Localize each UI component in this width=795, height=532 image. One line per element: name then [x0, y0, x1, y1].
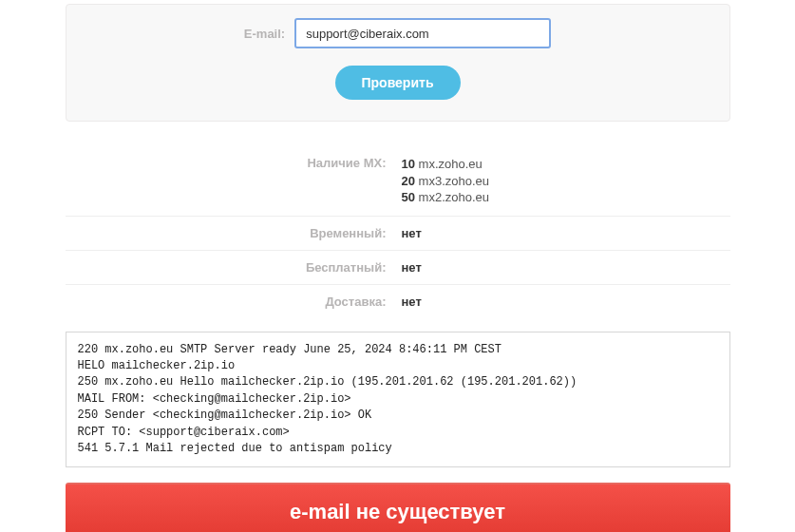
mx-priority: 50 — [402, 190, 415, 204]
mx-priority: 20 — [402, 174, 415, 188]
mx-record: 50 mx2.zoho.eu — [402, 189, 730, 206]
form-row: E-mail: — [85, 18, 710, 48]
free-value: нет — [398, 260, 730, 275]
mx-host: mx.zoho.eu — [419, 157, 483, 171]
result-row-temporary: Временный: нет — [66, 217, 730, 251]
temporary-value: нет — [398, 226, 730, 240]
mx-priority: 10 — [402, 157, 415, 171]
result-banner: e-mail не существует — [66, 483, 730, 532]
result-row-delivery: Доставка: нет — [66, 285, 730, 318]
email-label: E-mail: — [244, 27, 285, 41]
smtp-log: 220 mx.zoho.eu SMTP Server ready June 25… — [66, 332, 730, 468]
mx-record: 20 mx3.zoho.eu — [402, 173, 730, 190]
free-label: Бесплатный: — [66, 260, 398, 275]
email-check-form: E-mail: Проверить — [66, 4, 730, 122]
result-row-mx: Наличие MX: 10 mx.zoho.eu 20 mx3.zoho.eu… — [66, 146, 730, 217]
email-input[interactable] — [294, 18, 551, 48]
mx-host: mx3.zoho.eu — [419, 174, 489, 188]
delivery-label: Доставка: — [66, 294, 398, 309]
result-row-free: Бесплатный: нет — [66, 251, 730, 285]
results-table: Наличие MX: 10 mx.zoho.eu 20 mx3.zoho.eu… — [66, 146, 730, 318]
check-button[interactable]: Проверить — [335, 66, 461, 100]
mx-values: 10 mx.zoho.eu 20 mx3.zoho.eu 50 mx2.zoho… — [398, 156, 730, 206]
mx-label: Наличие MX: — [66, 156, 398, 206]
mx-record: 10 mx.zoho.eu — [402, 156, 730, 173]
delivery-value: нет — [398, 294, 730, 309]
mx-host: mx2.zoho.eu — [419, 190, 489, 204]
temporary-label: Временный: — [66, 226, 398, 240]
